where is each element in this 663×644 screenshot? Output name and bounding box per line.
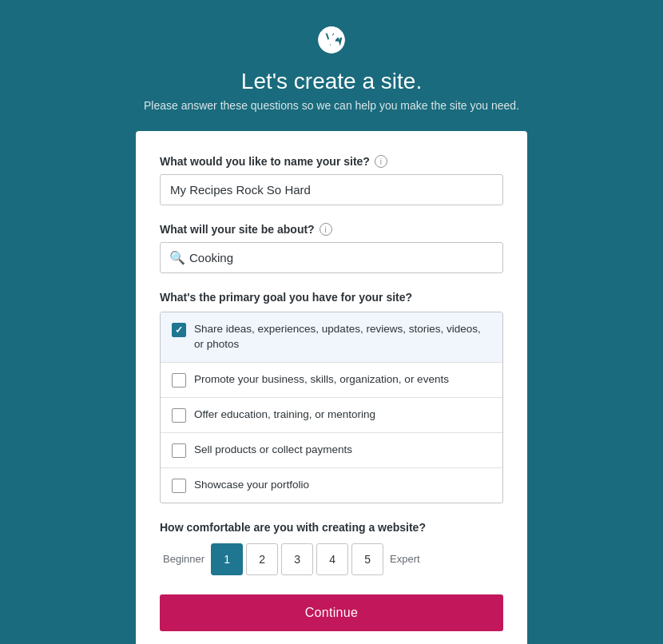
checkbox-label: Promote your business, skills, organizat… [194,372,449,388]
site-about-info-icon[interactable]: i [320,223,332,236]
checkbox-label: Share ideas, experiences, updates, revie… [194,322,491,352]
checkbox-label: Sell products or collect payments [194,443,352,458]
goal-checkbox-item[interactable]: Offer education, training, or mentoring [161,398,502,433]
continue-button[interactable]: Continue [160,594,503,631]
page-subtitle: Please answer these questions so we can … [144,99,519,112]
scale-button[interactable]: 1 [211,543,243,575]
form-card: What would you like to name your site? i… [136,131,527,644]
site-about-input[interactable] [160,242,503,273]
goal-checkbox-item[interactable]: Showcase your portfolio [161,468,502,503]
goal-checkbox-item[interactable]: Promote your business, skills, organizat… [161,363,502,398]
site-name-input[interactable] [160,174,503,205]
checkbox-box [172,443,186,458]
goal-label: What's the primary goal you have for you… [160,291,503,304]
wordpress-logo [316,24,347,61]
scale-button[interactable]: 2 [246,543,278,575]
goal-checkbox-item[interactable]: Share ideas, experiences, updates, revie… [161,312,502,363]
checkbox-box [172,479,186,493]
site-about-search-wrapper: 🔍 [160,242,503,273]
scale-button[interactable]: 4 [316,543,348,575]
scale-min-label: Beginner [163,553,204,565]
checkbox-box [172,323,186,337]
scale-max-label: Expert [390,553,420,565]
comfort-scale: Beginner 12345Expert [160,543,503,575]
scale-button[interactable]: 3 [281,543,313,575]
site-name-group: What would you like to name your site? i [160,155,503,205]
checkbox-box [172,408,186,423]
goal-group: What's the primary goal you have for you… [160,291,503,503]
checkbox-box [172,373,186,388]
comfort-section: How comfortable are you with creating a … [160,521,503,575]
goal-checkbox-item[interactable]: Sell products or collect payments [161,433,502,468]
checkbox-label: Showcase your portfolio [194,478,309,493]
goal-checkbox-list: Share ideas, experiences, updates, revie… [160,312,503,503]
site-name-label: What would you like to name your site? i [160,155,503,168]
search-icon: 🔍 [169,250,185,265]
checkbox-label: Offer education, training, or mentoring [194,407,375,423]
site-about-label: What will your site be about? i [160,223,503,236]
site-about-group: What will your site be about? i 🔍 [160,223,503,273]
page-header: Let's create a site. Please answer these… [144,24,519,112]
site-name-info-icon[interactable]: i [375,155,387,168]
comfort-label: How comfortable are you with creating a … [160,521,503,534]
page-title: Let's create a site. [241,69,422,94]
scale-button[interactable]: 5 [351,543,383,575]
